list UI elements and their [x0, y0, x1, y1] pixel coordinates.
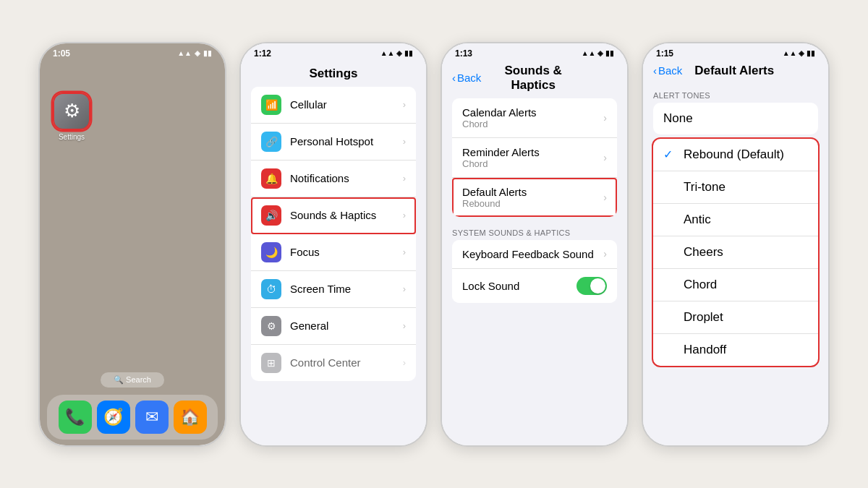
reminder-alerts-chevron: ›: [603, 152, 607, 163]
lock-sound-toggle[interactable]: [576, 277, 607, 295]
focus-row[interactable]: 🌙 Focus ›: [251, 234, 416, 271]
notifications-row[interactable]: 🔔 Notifications ›: [251, 160, 416, 197]
status-icons-4: ▲▲ ◈ ▮▮: [783, 49, 815, 57]
control-center-label: Control Center: [290, 356, 394, 369]
time-1: 1:05: [53, 48, 70, 59]
handoff-label: Handoff: [684, 343, 808, 357]
dock-mail[interactable]: ✉: [135, 401, 169, 434]
phone-icon[interactable]: 📞: [59, 401, 92, 434]
alert-rebound-row[interactable]: ✓ Rebound (Default): [653, 139, 818, 171]
general-row[interactable]: ⚙ General ›: [251, 308, 416, 345]
reminder-alerts-text: Reminder Alerts Chord: [462, 146, 597, 169]
status-bar-3: 1:13 ▲▲ ◈ ▮▮: [442, 43, 627, 64]
calendar-alerts-row[interactable]: Calendar Alerts Chord ›: [452, 98, 617, 138]
alert-chord-row[interactable]: Chord: [653, 269, 818, 301]
settings-icon[interactable]: ⚙: [53, 93, 90, 130]
dock: 📞 🧭 ✉ 🏠: [47, 395, 218, 440]
rebound-label: Rebound (Default): [684, 147, 808, 162]
sounds-haptics-row[interactable]: 🔊 Sounds & Haptics ›: [251, 197, 416, 234]
dock-phone[interactable]: 📞: [59, 401, 92, 434]
status-icons-3: ▲▲ ◈ ▮▮: [582, 49, 614, 57]
notifications-label: Notifications: [290, 172, 394, 184]
keyboard-feedback-row[interactable]: Keyboard Feedback Sound ›: [452, 240, 617, 269]
hotspot-row[interactable]: 🔗 Personal Hotspot ›: [251, 124, 416, 160]
status-bar-1: 1:05 ▲▲ ◈ ▮▮: [40, 43, 225, 64]
phone-1: 1:05 ▲▲ ◈ ▮▮ ⚙ Settings 🔍 Search 📞 🧭: [38, 42, 226, 447]
alert-antic-row[interactable]: Antic: [653, 204, 818, 236]
alert-cheers-row[interactable]: Cheers: [653, 236, 818, 269]
time-3: 1:13: [455, 48, 472, 59]
search-label: 🔍 Search: [114, 375, 151, 385]
hotspot-label: Personal Hotspot: [290, 135, 394, 147]
reminder-alerts-sub: Chord: [462, 158, 597, 169]
phone-2: 1:12 ▲▲ ◈ ▮▮ Settings 📶 Cellular › 🔗 Per…: [239, 42, 427, 447]
cellular-icon: 📶: [261, 95, 281, 115]
control-center-icon: ⊞: [261, 353, 281, 373]
alerts-back-btn[interactable]: ‹ Back: [653, 64, 682, 77]
keyboard-feedback-title: Keyboard Feedback Sound: [462, 248, 597, 260]
none-row[interactable]: None: [653, 103, 818, 134]
time-4: 1:15: [656, 48, 673, 59]
alert-tritone-row[interactable]: Tri-tone: [653, 171, 818, 204]
focus-label: Focus: [290, 246, 394, 258]
control-center-chevron: ›: [403, 357, 406, 368]
status-icons-1: ▲▲ ◈ ▮▮: [177, 49, 212, 57]
phone-3: 1:13 ▲▲ ◈ ▮▮ ‹ Back Sounds & Haptics Cal…: [441, 42, 629, 447]
cheers-label: Cheers: [684, 245, 808, 260]
sounds-back-btn[interactable]: ‹ Back: [452, 72, 481, 84]
back-chevron-icon: ‹: [452, 72, 456, 84]
back-chevron-icon-4: ‹: [653, 64, 657, 77]
check-icon-rebound: ✓: [663, 147, 678, 161]
status-icons-2: ▲▲ ◈ ▮▮: [380, 49, 413, 57]
cellular-row[interactable]: 📶 Cellular ›: [251, 87, 416, 124]
lock-sound-row[interactable]: Lock Sound: [452, 269, 617, 303]
mail-icon[interactable]: ✉: [135, 401, 169, 434]
notifications-icon: 🔔: [261, 168, 281, 189]
default-alerts-chevron: ›: [603, 192, 607, 203]
screen-time-label: Screen Time: [290, 283, 394, 295]
keyboard-feedback-chevron: ›: [603, 248, 607, 260]
default-alerts-row[interactable]: Default Alerts Rebound ›: [452, 178, 617, 217]
tritone-label: Tri-tone: [684, 180, 808, 194]
phone-4: 1:15 ▲▲ ◈ ▮▮ ‹ Back Default Alerts ALERT…: [642, 42, 830, 447]
alerts-nav-bar: ‹ Back Default Alerts: [643, 64, 828, 84]
alert-droplet-row[interactable]: Droplet: [653, 301, 818, 334]
general-icon: ⚙: [261, 316, 281, 336]
general-chevron: ›: [403, 320, 406, 331]
lock-sound-title: Lock Sound: [462, 280, 571, 292]
default-alerts-sub: Rebound: [462, 198, 597, 209]
sounds-bottom-list: Keyboard Feedback Sound › Lock Sound: [452, 240, 617, 303]
default-alerts-title: Default Alerts: [462, 186, 597, 198]
reminder-alerts-row[interactable]: Reminder Alerts Chord ›: [452, 138, 617, 178]
reminder-alerts-title: Reminder Alerts: [462, 146, 597, 158]
alert-tones-header: ALERT TONES: [643, 84, 828, 103]
hotspot-chevron: ›: [403, 136, 406, 147]
notifications-chevron: ›: [403, 173, 406, 184]
calendar-alerts-text: Calendar Alerts Chord: [462, 106, 597, 129]
dock-safari[interactable]: 🧭: [97, 401, 130, 434]
focus-chevron: ›: [403, 247, 406, 257]
none-label: None: [663, 111, 693, 125]
focus-icon: 🌙: [261, 242, 281, 262]
time-2: 1:12: [254, 48, 271, 59]
alert-handoff-row[interactable]: Handoff: [653, 334, 818, 366]
keyboard-feedback-text: Keyboard Feedback Sound: [462, 248, 597, 260]
cellular-chevron: ›: [403, 99, 406, 110]
dock-home[interactable]: 🏠: [174, 401, 207, 434]
settings-app-highlighted[interactable]: ⚙ Settings: [53, 93, 90, 141]
control-center-row[interactable]: ⊞ Control Center ›: [251, 345, 416, 381]
sounds-nav-bar: ‹ Back Sounds & Haptics: [442, 64, 627, 98]
safari-icon[interactable]: 🧭: [97, 401, 130, 434]
search-bar[interactable]: 🔍 Search: [101, 372, 164, 388]
toggle-knob: [590, 278, 605, 294]
screen-time-row[interactable]: ⏱ Screen Time ›: [251, 271, 416, 308]
screen-time-chevron: ›: [403, 283, 406, 294]
status-bar-4: 1:15 ▲▲ ◈ ▮▮: [643, 43, 828, 64]
status-bar-2: 1:12 ▲▲ ◈ ▮▮: [241, 43, 426, 64]
cellular-label: Cellular: [290, 98, 394, 111]
sounds-nav-title: Sounds & Haptics: [484, 64, 582, 93]
calendar-alerts-sub: Chord: [462, 119, 597, 129]
chord-label: Chord: [684, 278, 808, 292]
calendar-alerts-title: Calendar Alerts: [462, 106, 597, 119]
home-icon[interactable]: 🏠: [174, 401, 207, 434]
